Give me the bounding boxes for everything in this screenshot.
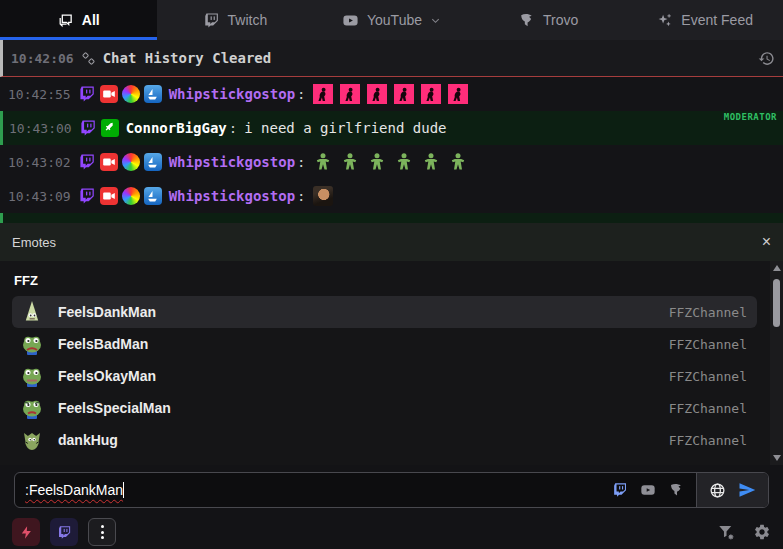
message-input-text[interactable]: :FeelsDankMan [15,482,600,498]
emote-name: dankHug [58,432,118,448]
send-icon[interactable] [738,481,756,499]
tab-youtube[interactable]: YouTube [313,0,470,40]
history-icon[interactable] [758,50,775,67]
pink-dancer-emote[interactable] [313,84,333,104]
camera-badge-icon [100,153,118,171]
emote-panel-title: Emotes [12,235,56,250]
green-dancer-emote[interactable] [367,152,387,172]
user-badges [78,85,162,103]
send-zone [696,473,768,507]
user-badges [78,187,162,205]
toolbar-right-icons [717,523,771,541]
user-badges [79,119,119,137]
system-message-text: Chat History Cleared [103,50,272,66]
emote-list-item[interactable]: FeelsDankMan FFZChannel [12,296,757,328]
green-dancer-emote[interactable] [448,152,468,172]
emote-list-item[interactable]: FeelsOkayMan FFZChannel [12,360,757,392]
tab-twitch[interactable]: Twitch [157,0,314,40]
pink-dancer-emote[interactable] [421,84,441,104]
username-separator: : [297,86,305,102]
system-message-row: 10:42:06 Chat History Cleared [0,40,783,77]
twitch-badge-icon [78,153,96,171]
emote-list-scrollbar[interactable] [770,261,783,465]
twitch-target-icon[interactable] [612,482,628,498]
rainbow-badge-icon [122,85,140,103]
pink-dancer-emote[interactable] [394,84,414,104]
tab-all[interactable]: All [0,0,157,40]
feelsspecialman-emote-icon [20,396,44,420]
close-icon[interactable]: × [762,234,771,250]
emote-name: FeelsDankMan [58,304,156,320]
twitch-badge-icon [78,85,96,103]
quick-action-button[interactable] [12,518,40,546]
twitch-account-button[interactable] [50,518,78,546]
tab-event-feed[interactable]: Event Feed [626,0,783,40]
trovo-target-icon[interactable] [668,482,684,498]
sailboat-badge-icon [144,153,162,171]
timestamp: 10:43:00 [9,121,72,136]
feelsdankman-emote-icon [20,300,44,324]
scroll-up-arrow[interactable] [773,265,781,271]
text-caret [123,482,124,498]
emote-channel: FFZChannel [669,305,747,320]
partial-moderator-message-row [0,213,783,223]
username[interactable]: Whipstickgostop [169,154,295,170]
globe-icon[interactable] [709,482,726,499]
filter-settings-icon[interactable] [717,523,735,541]
chat-bubbles-icon [57,12,74,29]
pink-dancer-emote[interactable] [340,84,360,104]
twitch-badge-icon [79,119,97,137]
gear-icon[interactable] [753,523,771,541]
moderator-tag: MODERATOR [724,112,777,122]
tab-label: YouTube [367,12,422,28]
chat-message-row: 10:43:09 Whipstickgostop : [0,179,783,213]
green-dancer-emote[interactable] [340,152,360,172]
username-separator: : [229,120,237,136]
green-dancer-emote[interactable] [313,152,333,172]
typed-text: :FeelsDankMan [25,482,123,498]
twitch-icon [203,12,220,29]
emote-picker-panel: Emotes × FFZ FeelsDankMan FFZChannel Fee… [0,223,783,465]
emote-panel-header: Emotes × [0,223,783,261]
pink-dancer-emote[interactable] [367,84,387,104]
username[interactable]: ConnorBigGay [126,120,227,136]
emote-channel: FFZChannel [669,401,747,416]
emote-run [313,186,333,206]
emote-name: FeelsBadMan [58,336,148,352]
emote-list-item[interactable]: FeelsSpecialMan FFZChannel [12,392,757,424]
emote-list-item[interactable]: dankHug FFZChannel [12,424,757,456]
youtube-target-icon[interactable] [640,482,656,498]
emote-run [313,84,468,104]
camera-badge-icon [100,85,118,103]
green-dancer-emote[interactable] [421,152,441,172]
emote-list-item[interactable]: FeelsBadMan FFZChannel [12,328,757,360]
emote-list: FFZ FeelsDankMan FFZChannel FeelsBadMan … [0,261,783,465]
dankhug-emote-icon [20,428,44,452]
emote-run [313,152,468,172]
message-input[interactable]: :FeelsDankMan [14,472,769,508]
emote-name: FeelsSpecialMan [58,400,171,416]
photo-man-emote[interactable] [313,186,333,206]
scrollbar-thumb[interactable] [773,279,780,327]
trovo-icon [518,12,535,29]
unlink-icon [81,51,96,66]
username[interactable]: Whipstickgostop [169,86,295,102]
camera-badge-icon [100,187,118,205]
twitch-icon [57,525,72,540]
chevron-down-icon [430,15,441,26]
more-options-button[interactable] [88,518,116,546]
pink-dancer-emote[interactable] [448,84,468,104]
platform-tab-bar: All Twitch YouTube Trovo Event Feed [0,0,783,40]
green-dancer-emote[interactable] [394,152,414,172]
composer-bar: :FeelsDankMan [0,465,783,515]
tab-trovo[interactable]: Trovo [470,0,627,40]
timestamp: 10:43:02 [8,155,71,170]
timestamp: 10:42:55 [8,87,71,102]
username-separator: : [297,154,305,170]
emote-channel: FFZChannel [669,337,747,352]
username[interactable]: Whipstickgostop [169,188,295,204]
sailboat-badge-icon [144,85,162,103]
scroll-down-arrow[interactable] [773,455,781,461]
feelsbadman-emote-icon [20,332,44,356]
vertical-ellipsis-icon [101,525,104,528]
